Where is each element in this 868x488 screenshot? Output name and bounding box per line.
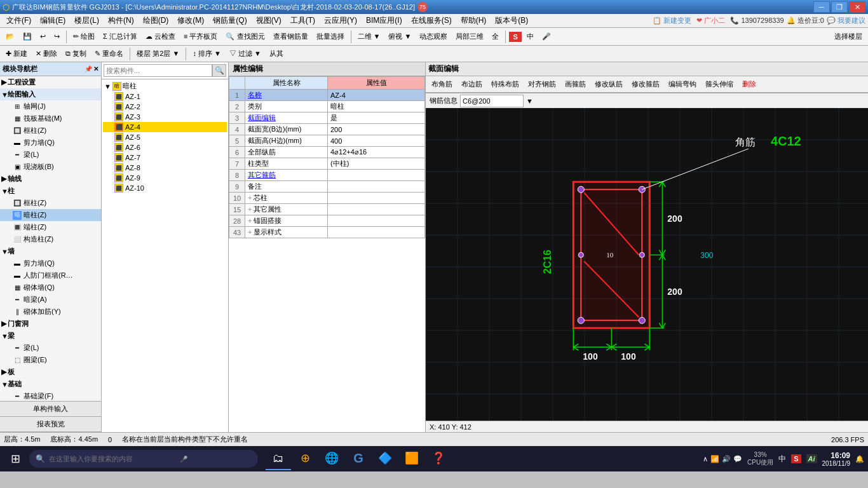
nav-section-beam[interactable]: ▼梁 bbox=[0, 330, 101, 342]
modify-long-btn[interactable]: 修改纵筋 bbox=[592, 79, 626, 90]
nav-item-masonryrebar[interactable]: ∥砌体加筋(Y) bbox=[0, 306, 101, 318]
prop-name-1[interactable]: 名称 bbox=[245, 90, 328, 101]
prop-val-4[interactable]: 200 bbox=[328, 124, 425, 135]
nav-item-structcol[interactable]: ⬜构造柱(Z) bbox=[0, 233, 101, 245]
prop-val-6[interactable]: 4⌀12+4⌀16 bbox=[328, 147, 425, 158]
suggest-btn[interactable]: 💬 我要建议 bbox=[827, 16, 865, 25]
batch-select-btn[interactable]: 批量选择 bbox=[313, 30, 348, 43]
taskbar-app-orange[interactable]: 🟧 bbox=[399, 447, 424, 470]
select-floor-btn[interactable]: 选择楼层 bbox=[831, 30, 865, 43]
comp-item-az10[interactable]: ⬛ AZ-10 bbox=[103, 183, 227, 193]
new-comp-btn[interactable]: ✚ 新建 bbox=[3, 48, 31, 60]
drawing-area[interactable] bbox=[426, 108, 868, 421]
sort-btn[interactable]: ↕ 排序 ▼ bbox=[189, 48, 224, 60]
open-btn[interactable]: 📂 bbox=[3, 31, 18, 42]
draw-btn[interactable]: ✏ 绘图 bbox=[70, 30, 98, 43]
taskbar-app-blue[interactable]: 🔷 bbox=[372, 447, 398, 470]
expand-icon-10[interactable]: + bbox=[248, 194, 252, 201]
layout-edge-btn[interactable]: 布边筋 bbox=[458, 79, 485, 90]
menu-view[interactable]: 视图(V) bbox=[252, 14, 285, 27]
single-component-btn[interactable]: 单构件输入 bbox=[0, 402, 101, 417]
nav-section-wall[interactable]: ▼墙 bbox=[0, 245, 101, 257]
full-btn[interactable]: 全 bbox=[489, 30, 502, 43]
layout-special-btn[interactable]: 特殊布筋 bbox=[488, 79, 522, 90]
menu-floor[interactable]: 楼层(L) bbox=[71, 14, 103, 27]
comp-item-az8[interactable]: ⬛ AZ-8 bbox=[103, 163, 227, 173]
nav-item-masonrywall[interactable]: ▦砌体墙(Q) bbox=[0, 281, 101, 294]
nav-item-airdefwall[interactable]: ▬人防门框墙(R… bbox=[0, 269, 101, 281]
menu-online[interactable]: 在线服务(S) bbox=[407, 14, 456, 27]
comp-item-az4[interactable]: ⬛ AZ-4 bbox=[103, 122, 227, 132]
expand-icon-43[interactable]: + bbox=[248, 228, 252, 236]
comp-item-az5[interactable]: ⬛ AZ-5 bbox=[103, 132, 227, 142]
align-rebar-btn[interactable]: 对齐钢筋 bbox=[525, 79, 559, 90]
report-preview-btn[interactable]: 报表预览 bbox=[0, 417, 101, 432]
edit-hook-btn[interactable]: 编辑弯钩 bbox=[665, 79, 700, 90]
nav-item-grid[interactable]: ⊞轴网(J) bbox=[0, 100, 101, 112]
rebar-dropdown-btn[interactable]: ▼ bbox=[526, 97, 533, 105]
view-rebar-btn[interactable]: 查看钢筋量 bbox=[270, 30, 311, 43]
nav-item-shearwall[interactable]: ▬剪力墙(Q) bbox=[0, 137, 101, 149]
level-btn[interactable]: ≡ 平齐板页 bbox=[180, 30, 220, 43]
menu-modify[interactable]: 修改(M) bbox=[173, 14, 208, 27]
search-input[interactable] bbox=[104, 64, 212, 77]
nav-section-drawing[interactable]: ▼绘图输入 bbox=[0, 88, 101, 100]
prop-name-3[interactable]: 截面编辑 bbox=[245, 112, 328, 124]
nav-item-endcol[interactable]: 🔳端柱(Z) bbox=[0, 221, 101, 233]
chinese-mid-btn[interactable]: 中 bbox=[524, 30, 537, 43]
menu-tools[interactable]: 工具(T) bbox=[287, 14, 319, 27]
taskbar-search[interactable]: 🔍 🎤 bbox=[29, 450, 258, 468]
view-2d-btn[interactable]: 二维 ▼ bbox=[355, 30, 384, 43]
taskbar-mic-icon[interactable]: 🎤 bbox=[180, 456, 187, 463]
nav-item-raft[interactable]: ▦筏板基础(M) bbox=[0, 112, 101, 125]
menu-help[interactable]: 帮助(H) bbox=[457, 14, 491, 27]
prop-val-2[interactable]: 暗柱 bbox=[328, 101, 425, 112]
nav-item-darkcol[interactable]: 暗暗柱(Z) bbox=[0, 209, 101, 221]
import-btn[interactable]: 从其 bbox=[266, 48, 287, 60]
nav-item-slab[interactable]: ▣现浇板(B) bbox=[0, 161, 101, 173]
menu-component[interactable]: 构件(N) bbox=[104, 14, 138, 27]
comp-item-az7[interactable]: ⬛ AZ-7 bbox=[103, 152, 227, 163]
menu-edit[interactable]: 编辑(E) bbox=[36, 14, 69, 27]
view-top-btn[interactable]: 俯视 ▼ bbox=[385, 30, 414, 43]
undo-btn[interactable]: ↩ bbox=[37, 31, 49, 42]
prop-val-5[interactable]: 400 bbox=[328, 135, 425, 147]
save-btn[interactable]: 💾 bbox=[20, 31, 35, 42]
nav-pin-btn[interactable]: 📌 bbox=[85, 65, 92, 72]
mic-btn[interactable]: 🎤 bbox=[539, 31, 554, 42]
comp-section-darkcol[interactable]: ▼ 暗 暗柱 bbox=[103, 81, 227, 92]
redo-btn[interactable]: ↪ bbox=[51, 31, 63, 42]
hook-stretch-btn[interactable]: 箍头伸缩 bbox=[702, 79, 736, 90]
taskbar-app-browser[interactable]: 🌐 bbox=[319, 447, 344, 470]
dynamic-btn[interactable]: 动态观察 bbox=[416, 30, 451, 43]
delete-rebar-btn[interactable]: 删除 bbox=[739, 79, 759, 90]
search-button[interactable]: 🔍 bbox=[212, 64, 226, 77]
delete-comp-btn[interactable]: ✕ 删除 bbox=[32, 48, 60, 60]
nav-item-foundbeam[interactable]: ━基础梁(F) bbox=[0, 390, 101, 401]
find-btn[interactable]: 🔍 查找图元 bbox=[222, 30, 268, 43]
nav-item-ringbeam[interactable]: ⬚圈梁(E) bbox=[0, 354, 101, 366]
section-canvas[interactable] bbox=[426, 108, 868, 421]
comp-item-az1[interactable]: ⬛ AZ-1 bbox=[103, 92, 227, 102]
close-button[interactable]: ✕ bbox=[849, 1, 865, 13]
nav-item-darkbeam[interactable]: ━暗梁(A) bbox=[0, 294, 101, 306]
taskbar-search-input[interactable] bbox=[49, 455, 176, 463]
nav-item-beam2[interactable]: ━梁(L) bbox=[0, 342, 101, 354]
sum-btn[interactable]: Σ 汇总计算 bbox=[100, 30, 140, 43]
menu-bim[interactable]: BIM应用(I) bbox=[362, 14, 406, 27]
prop-val-3[interactable]: 是 bbox=[328, 112, 425, 124]
menu-rebar[interactable]: 钢筋量(Q) bbox=[209, 14, 250, 27]
nav-item-beam[interactable]: ━梁(L) bbox=[0, 149, 101, 161]
prop-val-8[interactable] bbox=[328, 170, 425, 181]
menu-version[interactable]: 版本号(B) bbox=[491, 14, 532, 27]
comp-item-az9[interactable]: ⬛ AZ-9 bbox=[103, 173, 227, 183]
expand-icon-15[interactable]: + bbox=[248, 205, 252, 213]
nav-item-framecol2[interactable]: 🔲框柱(Z) bbox=[0, 197, 101, 209]
nav-section-opening[interactable]: ▶门窗洞 bbox=[0, 318, 101, 330]
copy-comp-btn[interactable]: ⧉ 复制 bbox=[62, 48, 90, 60]
taskbar-app-question[interactable]: ❓ bbox=[426, 447, 451, 470]
modify-stirrup-btn[interactable]: 修改箍筋 bbox=[628, 79, 663, 90]
comp-item-az2[interactable]: ⬛ AZ-2 bbox=[103, 102, 227, 112]
comp-item-az6[interactable]: ⬛ AZ-6 bbox=[103, 142, 227, 152]
expand-icon-28[interactable]: + bbox=[248, 217, 252, 224]
